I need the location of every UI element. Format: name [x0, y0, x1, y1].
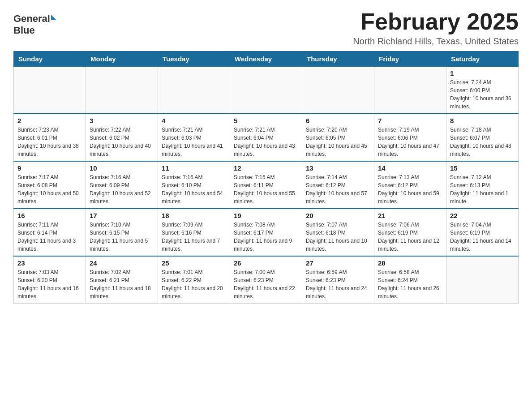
calendar-cell: 9Sunrise: 7:17 AM Sunset: 6:08 PM Daylig… [14, 161, 86, 209]
day-info: Sunrise: 7:06 AM Sunset: 6:19 PM Dayligh… [378, 221, 442, 253]
day-info: Sunrise: 7:10 AM Sunset: 6:15 PM Dayligh… [90, 221, 154, 253]
day-info: Sunrise: 7:00 AM Sunset: 6:23 PM Dayligh… [234, 268, 298, 300]
day-number: 12 [234, 164, 298, 172]
calendar-cell: 28Sunrise: 6:58 AM Sunset: 6:24 PM Dayli… [374, 256, 446, 304]
calendar-cell: 5Sunrise: 7:21 AM Sunset: 6:04 PM Daylig… [230, 114, 302, 161]
logo-general-text: General [13, 13, 50, 24]
header-friday: Friday [374, 51, 446, 67]
calendar-week-3: 16Sunrise: 7:11 AM Sunset: 6:14 PM Dayli… [14, 209, 519, 256]
calendar-cell [374, 67, 446, 114]
calendar-cell: 3Sunrise: 7:22 AM Sunset: 6:02 PM Daylig… [86, 114, 158, 161]
calendar-week-1: 2Sunrise: 7:23 AM Sunset: 6:01 PM Daylig… [14, 114, 519, 161]
day-info: Sunrise: 7:15 AM Sunset: 6:11 PM Dayligh… [234, 173, 298, 206]
day-info: Sunrise: 7:11 AM Sunset: 6:14 PM Dayligh… [17, 221, 82, 253]
day-number: 13 [306, 164, 370, 172]
location-subtitle: North Richland Hills, Texas, United Stat… [353, 36, 519, 47]
calendar-table: SundayMondayTuesdayWednesdayThursdayFrid… [13, 51, 519, 304]
calendar-cell: 25Sunrise: 7:01 AM Sunset: 6:22 PM Dayli… [158, 256, 230, 304]
day-info: Sunrise: 7:12 AM Sunset: 6:13 PM Dayligh… [450, 173, 515, 206]
month-title: February 2025 [353, 9, 519, 34]
calendar-week-2: 9Sunrise: 7:17 AM Sunset: 6:08 PM Daylig… [14, 161, 519, 209]
logo-arrow-icon [51, 15, 56, 20]
day-number: 28 [378, 259, 442, 267]
calendar-cell: 21Sunrise: 7:06 AM Sunset: 6:19 PM Dayli… [374, 209, 446, 256]
day-info: Sunrise: 6:59 AM Sunset: 6:23 PM Dayligh… [306, 268, 370, 300]
calendar-cell: 13Sunrise: 7:14 AM Sunset: 6:12 PM Dayli… [302, 161, 374, 209]
calendar-cell: 22Sunrise: 7:04 AM Sunset: 6:19 PM Dayli… [446, 209, 519, 256]
calendar-cell [86, 67, 158, 114]
calendar-week-4: 23Sunrise: 7:03 AM Sunset: 6:20 PM Dayli… [14, 256, 519, 304]
day-info: Sunrise: 7:01 AM Sunset: 6:22 PM Dayligh… [162, 268, 226, 300]
day-info: Sunrise: 7:04 AM Sunset: 6:19 PM Dayligh… [450, 221, 515, 253]
logo: General Blue [13, 13, 56, 36]
header-sunday: Sunday [14, 51, 86, 67]
day-number: 6 [306, 117, 370, 124]
day-number: 9 [17, 164, 82, 172]
day-info: Sunrise: 7:09 AM Sunset: 6:16 PM Dayligh… [162, 221, 226, 253]
calendar-cell: 27Sunrise: 6:59 AM Sunset: 6:23 PM Dayli… [302, 256, 374, 304]
day-info: Sunrise: 7:21 AM Sunset: 6:04 PM Dayligh… [234, 126, 298, 158]
header-thursday: Thursday [302, 51, 374, 67]
calendar-cell: 8Sunrise: 7:18 AM Sunset: 6:07 PM Daylig… [446, 114, 519, 161]
calendar-cell [14, 67, 86, 114]
day-number: 2 [17, 117, 82, 124]
day-number: 19 [234, 212, 298, 219]
calendar-cell: 20Sunrise: 7:07 AM Sunset: 6:18 PM Dayli… [302, 209, 374, 256]
logo-blue-text: Blue [13, 25, 35, 36]
calendar-cell: 11Sunrise: 7:16 AM Sunset: 6:10 PM Dayli… [158, 161, 230, 209]
day-info: Sunrise: 7:14 AM Sunset: 6:12 PM Dayligh… [306, 173, 370, 206]
day-info: Sunrise: 7:18 AM Sunset: 6:07 PM Dayligh… [450, 126, 515, 158]
calendar-cell: 16Sunrise: 7:11 AM Sunset: 6:14 PM Dayli… [14, 209, 86, 256]
calendar-cell: 4Sunrise: 7:21 AM Sunset: 6:03 PM Daylig… [158, 114, 230, 161]
day-number: 18 [162, 212, 226, 219]
day-number: 24 [90, 259, 154, 267]
calendar-cell: 12Sunrise: 7:15 AM Sunset: 6:11 PM Dayli… [230, 161, 302, 209]
calendar-cell: 17Sunrise: 7:10 AM Sunset: 6:15 PM Dayli… [86, 209, 158, 256]
calendar-cell [446, 256, 519, 304]
calendar-cell: 26Sunrise: 7:00 AM Sunset: 6:23 PM Dayli… [230, 256, 302, 304]
day-number: 14 [378, 164, 442, 172]
day-info: Sunrise: 7:24 AM Sunset: 6:00 PM Dayligh… [450, 78, 515, 111]
calendar-cell: 10Sunrise: 7:16 AM Sunset: 6:09 PM Dayli… [86, 161, 158, 209]
day-info: Sunrise: 7:02 AM Sunset: 6:21 PM Dayligh… [90, 268, 154, 300]
day-number: 16 [17, 212, 82, 219]
day-info: Sunrise: 7:08 AM Sunset: 6:17 PM Dayligh… [234, 221, 298, 253]
calendar-cell: 15Sunrise: 7:12 AM Sunset: 6:13 PM Dayli… [446, 161, 519, 209]
day-info: Sunrise: 7:23 AM Sunset: 6:01 PM Dayligh… [17, 126, 82, 158]
page-header: General Blue February 2025 North Richlan… [13, 9, 519, 47]
day-number: 17 [90, 212, 154, 219]
day-info: Sunrise: 7:16 AM Sunset: 6:09 PM Dayligh… [90, 173, 154, 206]
day-info: Sunrise: 7:07 AM Sunset: 6:18 PM Dayligh… [306, 221, 370, 253]
day-number: 5 [234, 117, 298, 124]
day-number: 3 [90, 117, 154, 124]
day-number: 4 [162, 117, 226, 124]
header-monday: Monday [86, 51, 158, 67]
calendar-cell: 1Sunrise: 7:24 AM Sunset: 6:00 PM Daylig… [446, 67, 519, 114]
calendar-cell: 2Sunrise: 7:23 AM Sunset: 6:01 PM Daylig… [14, 114, 86, 161]
calendar-cell [230, 67, 302, 114]
calendar-cell: 19Sunrise: 7:08 AM Sunset: 6:17 PM Dayli… [230, 209, 302, 256]
day-info: Sunrise: 6:58 AM Sunset: 6:24 PM Dayligh… [378, 268, 442, 300]
calendar-cell: 14Sunrise: 7:13 AM Sunset: 6:12 PM Dayli… [374, 161, 446, 209]
header-saturday: Saturday [446, 51, 519, 67]
day-number: 27 [306, 259, 370, 267]
day-info: Sunrise: 7:19 AM Sunset: 6:06 PM Dayligh… [378, 126, 442, 158]
calendar-week-0: 1Sunrise: 7:24 AM Sunset: 6:00 PM Daylig… [14, 67, 519, 114]
day-info: Sunrise: 7:21 AM Sunset: 6:03 PM Dayligh… [162, 126, 226, 158]
calendar-body: 1Sunrise: 7:24 AM Sunset: 6:00 PM Daylig… [14, 67, 519, 304]
day-info: Sunrise: 7:13 AM Sunset: 6:12 PM Dayligh… [378, 173, 442, 206]
day-number: 11 [162, 164, 226, 172]
day-number: 21 [378, 212, 442, 219]
calendar-cell [302, 67, 374, 114]
header-wednesday: Wednesday [230, 51, 302, 67]
calendar-cell [158, 67, 230, 114]
day-number: 22 [450, 212, 515, 219]
day-info: Sunrise: 7:22 AM Sunset: 6:02 PM Dayligh… [90, 126, 154, 158]
day-number: 7 [378, 117, 442, 124]
calendar-cell: 24Sunrise: 7:02 AM Sunset: 6:21 PM Dayli… [86, 256, 158, 304]
day-number: 25 [162, 259, 226, 267]
calendar-cell: 6Sunrise: 7:20 AM Sunset: 6:05 PM Daylig… [302, 114, 374, 161]
day-info: Sunrise: 7:16 AM Sunset: 6:10 PM Dayligh… [162, 173, 226, 206]
day-number: 10 [90, 164, 154, 172]
header-tuesday: Tuesday [158, 51, 230, 67]
